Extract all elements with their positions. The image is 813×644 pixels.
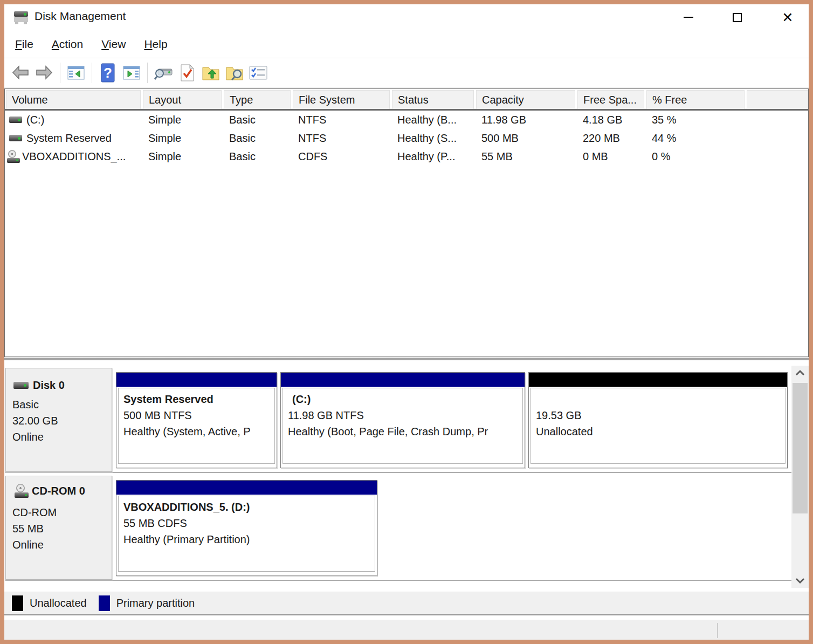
volume-status: Healthy (S... <box>392 132 474 145</box>
close-button[interactable]: ✕ <box>771 4 804 30</box>
toolbar-separator <box>92 63 92 83</box>
minimize-button[interactable] <box>672 4 705 30</box>
partition-unallocated[interactable]: 19.53 GB Unallocated <box>528 372 788 468</box>
disk0-row: Disk 0 Basic 32.00 GB Online System Rese… <box>5 368 794 473</box>
partition-size-fs: 11.98 GB NTFS <box>288 407 518 423</box>
menu-file[interactable]: File <box>10 35 39 54</box>
vertical-scrollbar[interactable] <box>791 366 809 588</box>
column-header-capacity[interactable]: Capacity <box>476 90 575 109</box>
drive-icon <box>9 117 22 123</box>
cd-drive-icon <box>15 484 29 498</box>
status-bar <box>4 619 809 640</box>
disk-management-window: Disk Management ✕ File Action View Help <box>4 4 809 640</box>
volume-type: Basic <box>224 132 291 145</box>
maximize-icon <box>733 13 742 22</box>
menu-view[interactable]: View <box>96 35 131 54</box>
volume-list: Volume Layout Type File System Status Ca… <box>4 88 809 357</box>
cdrom0-panel[interactable]: CD-ROM 0 CD-ROM 55 MB Online <box>5 476 112 580</box>
scrollbar-thumb[interactable] <box>793 383 808 513</box>
show-action-pane-button[interactable] <box>120 61 143 84</box>
volume-type: Basic <box>224 150 291 163</box>
partition-color-bar <box>281 373 525 387</box>
scroll-up-button[interactable] <box>791 366 809 380</box>
table-row-system-reserved[interactable]: System Reserved Simple Basic NTFS Health… <box>5 129 808 147</box>
table-row-c-drive[interactable]: (C:) Simple Basic NTFS Healthy (B... 11.… <box>5 111 808 129</box>
partition-status: Healthy (System, Active, P <box>123 423 270 440</box>
partition-color-bar <box>116 373 277 387</box>
menu-action[interactable]: Action <box>46 35 88 54</box>
disk-size: 55 MB <box>12 520 57 537</box>
disk-kind: Basic <box>12 396 58 413</box>
volume-free-space: 220 MB <box>577 132 644 145</box>
volume-layout: Simple <box>143 114 222 126</box>
partition-color-bar <box>116 481 377 495</box>
menu-help[interactable]: Help <box>139 35 173 54</box>
toolbar-separator <box>60 63 60 83</box>
column-header-file-system[interactable]: File System <box>293 90 390 109</box>
volume-layout: Simple <box>143 132 222 145</box>
show-console-tree-icon <box>67 65 85 81</box>
status-bar-divider <box>717 623 718 638</box>
volume-capacity: 55 MB <box>476 150 575 163</box>
legend-swatch-primary-partition <box>99 595 110 611</box>
graphical-view: Disk 0 Basic 32.00 GB Online System Rese… <box>4 360 809 592</box>
volume-type: Basic <box>224 114 291 126</box>
volume-fs: NTFS <box>293 132 390 145</box>
column-header-type[interactable]: Type <box>224 90 291 109</box>
toolbar: ? <box>4 58 809 87</box>
column-header-status[interactable]: Status <box>392 90 474 109</box>
table-row-vboxadditions[interactable]: VBOXADDITIONS_... Simple Basic CDFS Heal… <box>5 147 808 166</box>
disk-state: Online <box>12 537 57 553</box>
disk-icon <box>13 382 29 389</box>
partition-color-bar <box>529 373 787 387</box>
column-header-pct-free[interactable]: % Free <box>646 90 745 109</box>
toolbar-separator <box>147 63 148 83</box>
volume-free-space: 4.18 GB <box>577 114 644 126</box>
volume-fs: CDFS <box>293 150 390 163</box>
volume-capacity: 500 MB <box>476 132 575 145</box>
partition-status: Healthy (Boot, Page File, Crash Dump, Pr <box>288 423 518 440</box>
disk-name: CD-ROM 0 <box>32 485 85 497</box>
partition-size: 19.53 GB <box>536 407 780 423</box>
volume-layout: Simple <box>143 150 222 163</box>
partition-status: Healthy (Primary Partition) <box>123 531 370 547</box>
checklist-button[interactable] <box>246 61 270 84</box>
column-header-filler <box>747 90 808 109</box>
partition-c-drive[interactable]: (C:) 11.98 GB NTFS Healthy (Boot, Page F… <box>280 372 525 468</box>
forward-button[interactable] <box>32 61 56 84</box>
check-document-icon <box>179 64 195 82</box>
show-console-tree-button[interactable] <box>64 61 88 84</box>
volume-pct-free: 35 % <box>646 114 745 126</box>
legend-label-unallocated: Unallocated <box>30 597 87 609</box>
maximize-button[interactable] <box>721 4 753 30</box>
volume-name: VBOXADDITIONS_... <box>22 150 126 163</box>
disk-name: Disk 0 <box>33 379 65 392</box>
cd-icon <box>7 150 20 163</box>
disk-inspect-button[interactable] <box>151 61 175 84</box>
partition-title <box>536 391 780 407</box>
scroll-down-button[interactable] <box>791 574 809 588</box>
check-document-button[interactable] <box>175 61 199 84</box>
partition-size-fs: 55 MB CDFS <box>123 515 370 531</box>
back-button[interactable] <box>9 61 32 84</box>
disk-state: Online <box>12 429 58 445</box>
partition-title: VBOXADDITIONS_5. (D:) <box>123 499 370 515</box>
column-header-volume[interactable]: Volume <box>6 90 141 109</box>
minimize-icon <box>684 17 693 18</box>
column-header-free-space[interactable]: Free Spa... <box>577 90 644 109</box>
disk-management-app-icon <box>13 10 29 24</box>
forward-arrow-icon <box>35 65 53 81</box>
column-header-layout[interactable]: Layout <box>143 90 222 109</box>
disk0-panel[interactable]: Disk 0 Basic 32.00 GB Online <box>5 368 112 472</box>
chevron-down-icon <box>795 578 805 584</box>
folder-find-button[interactable] <box>223 61 246 84</box>
drive-icon <box>9 135 22 141</box>
close-icon: ✕ <box>782 11 794 24</box>
partition-title: System Reserved <box>123 391 270 407</box>
partition-vboxadditions[interactable]: VBOXADDITIONS_5. (D:) 55 MB CDFS Healthy… <box>116 480 377 576</box>
back-arrow-icon <box>11 65 30 81</box>
partition-system-reserved[interactable]: System Reserved 500 MB NTFS Healthy (Sys… <box>116 372 277 468</box>
help-button[interactable]: ? <box>96 61 120 84</box>
legend-swatch-unallocated <box>12 595 23 611</box>
folder-up-button[interactable] <box>199 61 223 84</box>
